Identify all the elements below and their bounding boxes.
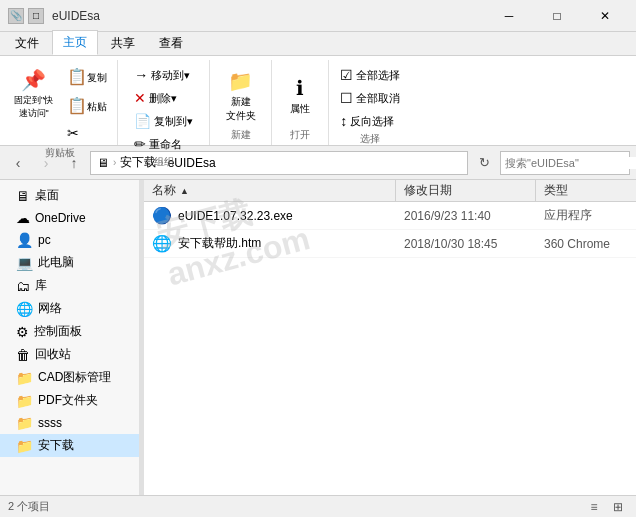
rename-icon: ✏ xyxy=(134,136,146,152)
thispc-label: 此电脑 xyxy=(38,254,74,271)
breadcrumb-part-2[interactable]: eUIDEsa xyxy=(168,156,216,170)
sidebar-item-thispc[interactable]: 💻 此电脑 xyxy=(0,251,139,274)
sidebar-item-ssss[interactable]: 📁 ssss xyxy=(0,412,139,434)
tab-view[interactable]: 查看 xyxy=(148,31,194,55)
rename-button[interactable]: ✏ 重命名 xyxy=(129,133,187,155)
close-button[interactable]: ✕ xyxy=(582,0,628,32)
select-all-button[interactable]: ☑ 全部选择 xyxy=(335,64,405,86)
col-header-name[interactable]: 名称 ▲ xyxy=(144,180,396,201)
sidebar-item-network[interactable]: 🌐 网络 xyxy=(0,297,139,320)
file-area: 名称 ▲ 修改日期 类型 🔵 eUIDE1.07.32.23.exe 20 xyxy=(144,180,636,495)
onedrive-icon: ☁ xyxy=(16,210,30,226)
sidebar-item-library[interactable]: 🗂 库 xyxy=(0,274,139,297)
recycle-icon: 🗑 xyxy=(16,347,30,363)
newfolder-icon: 📁 xyxy=(228,69,253,93)
address-bar: ‹ › ↑ 🖥 › 安下载 › eUIDEsa ↻ 🔍 xyxy=(0,146,636,180)
desktop-label: 桌面 xyxy=(35,187,59,204)
breadcrumb-part-1[interactable]: 安下载 xyxy=(120,154,156,171)
sidebar-item-recycle[interactable]: 🗑 回收站 xyxy=(0,343,139,366)
html-filename: 安下载帮助.htm xyxy=(178,235,261,252)
invert-select-button[interactable]: ↕ 反向选择 xyxy=(335,110,399,132)
refresh-button[interactable]: ↻ xyxy=(472,151,496,175)
paste-button[interactable]: 📋 粘贴 xyxy=(63,93,111,120)
network-label: 网络 xyxy=(38,300,62,317)
tab-home[interactable]: 主页 xyxy=(52,30,98,55)
move-icon: → xyxy=(134,67,148,83)
clipboard-buttons: 📌 固定到"快速访问" 📋 复制 📋 粘贴 ✂ xyxy=(8,60,111,146)
list-view-button[interactable]: ≡ xyxy=(584,498,604,516)
exe-icon: 🔵 xyxy=(152,206,172,225)
pc-label: pc xyxy=(38,233,51,247)
ribbon-group-clipboard: 📌 固定到"快速访问" 📋 复制 📋 粘贴 ✂ xyxy=(4,60,118,145)
maximize-button[interactable]: □ xyxy=(534,0,580,32)
delete-button[interactable]: ✕ 删除▾ xyxy=(129,87,182,109)
library-label: 库 xyxy=(35,277,47,294)
clipboard-label: 剪贴板 xyxy=(45,146,75,163)
title-icon-2: □ xyxy=(28,8,44,24)
ribbon-tabs: 文件 主页 共享 查看 xyxy=(0,32,636,56)
copy-to-button[interactable]: 📄 复制到▾ xyxy=(129,110,198,132)
controlpanel-icon: ⚙ xyxy=(16,324,29,340)
col-header-type[interactable]: 类型 xyxy=(536,180,636,201)
controlpanel-label: 控制面板 xyxy=(34,323,82,340)
selectnone-icon: ☐ xyxy=(340,90,353,106)
file-list-header: 名称 ▲ 修改日期 类型 xyxy=(144,180,636,202)
file-cell-exe-type: 应用程序 xyxy=(536,202,636,229)
copyto-icon: 📄 xyxy=(134,113,151,129)
ribbon-group-organize: → 移动到▾ ✕ 删除▾ 📄 复制到▾ ✏ 重命名 组织 xyxy=(120,60,210,145)
ribbon: 📌 固定到"快速访问" 📋 复制 📋 粘贴 ✂ xyxy=(0,56,636,146)
invertselect-icon: ↕ xyxy=(340,113,347,129)
view-controls: ≡ ⊞ xyxy=(584,498,628,516)
file-list: 🔵 eUIDE1.07.32.23.exe 2016/9/23 11:40 应用… xyxy=(144,202,636,495)
tab-file[interactable]: 文件 xyxy=(4,31,50,55)
col-header-date[interactable]: 修改日期 xyxy=(396,180,536,201)
organize-label: 组织 xyxy=(154,155,174,172)
breadcrumb-home-icon: 🖥 xyxy=(97,156,109,170)
window-title: eUIDEsa xyxy=(52,9,486,23)
ssss-label: ssss xyxy=(38,416,62,430)
copy-button[interactable]: 📋 复制 xyxy=(63,64,111,91)
ribbon-group-new: 📁 新建文件夹 新建 xyxy=(212,60,272,145)
sidebar-item-download[interactable]: 📁 安下载 xyxy=(0,434,139,457)
search-box: 🔍 xyxy=(500,151,630,175)
sidebar-item-cad[interactable]: 📁 CAD图标管理 xyxy=(0,366,139,389)
sidebar-item-controlpanel[interactable]: ⚙ 控制面板 xyxy=(0,320,139,343)
tab-share[interactable]: 共享 xyxy=(100,31,146,55)
html-icon: 🌐 xyxy=(152,234,172,253)
main-area: 🖥 桌面 ☁ OneDrive 👤 pc 💻 此电脑 🗂 库 🌐 网络 xyxy=(0,180,636,495)
search-input[interactable] xyxy=(505,157,636,169)
new-label: 新建 xyxy=(231,128,251,145)
pdf-icon: 📁 xyxy=(16,393,33,409)
clipboard-right: 📋 复制 📋 粘贴 ✂ xyxy=(63,64,111,146)
minimize-button[interactable]: ─ xyxy=(486,0,532,32)
select-none-button[interactable]: ☐ 全部取消 xyxy=(335,87,405,109)
item-count: 2 个项目 xyxy=(8,499,50,514)
sidebar-item-onedrive[interactable]: ☁ OneDrive xyxy=(0,207,139,229)
copy-icon: 📋 xyxy=(67,67,87,86)
move-button[interactable]: → 移动到▾ xyxy=(129,64,195,86)
details-view-button[interactable]: ⊞ xyxy=(608,498,628,516)
title-icon-quick-access: 📎 xyxy=(8,8,24,24)
open-buttons: ℹ 属性 xyxy=(280,60,320,128)
sidebar-item-pdf[interactable]: 📁 PDF文件夹 xyxy=(0,389,139,412)
newfolder-button[interactable]: 📁 新建文件夹 xyxy=(220,65,262,127)
back-button[interactable]: ‹ xyxy=(6,151,30,175)
cut-button[interactable]: ✂ xyxy=(63,122,111,146)
file-row-html[interactable]: 🌐 安下载帮助.htm 2018/10/30 18:45 360 Chrome xyxy=(144,230,636,258)
status-bar: 2 个项目 ≡ ⊞ xyxy=(0,495,636,517)
pin-icon: 📌 xyxy=(21,68,46,92)
properties-button[interactable]: ℹ 属性 xyxy=(280,72,320,120)
sidebar: 🖥 桌面 ☁ OneDrive 👤 pc 💻 此电脑 🗂 库 🌐 网络 xyxy=(0,180,140,495)
cut-icon: ✂ xyxy=(67,125,79,141)
organize-buttons: → 移动到▾ ✕ 删除▾ 📄 复制到▾ ✏ 重命名 xyxy=(129,60,198,155)
selectall-icon: ☑ xyxy=(340,67,353,83)
sidebar-item-desktop[interactable]: 🖥 桌面 xyxy=(0,184,139,207)
sidebar-item-pc[interactable]: 👤 pc xyxy=(0,229,139,251)
pin-button[interactable]: 📌 固定到"快速访问" xyxy=(8,64,59,124)
new-buttons: 📁 新建文件夹 xyxy=(220,60,262,128)
file-row-exe[interactable]: 🔵 eUIDE1.07.32.23.exe 2016/9/23 11:40 应用… xyxy=(144,202,636,230)
download-icon: 📁 xyxy=(16,438,33,454)
cad-icon: 📁 xyxy=(16,370,33,386)
desktop-icon: 🖥 xyxy=(16,188,30,204)
delete-icon: ✕ xyxy=(134,90,146,106)
